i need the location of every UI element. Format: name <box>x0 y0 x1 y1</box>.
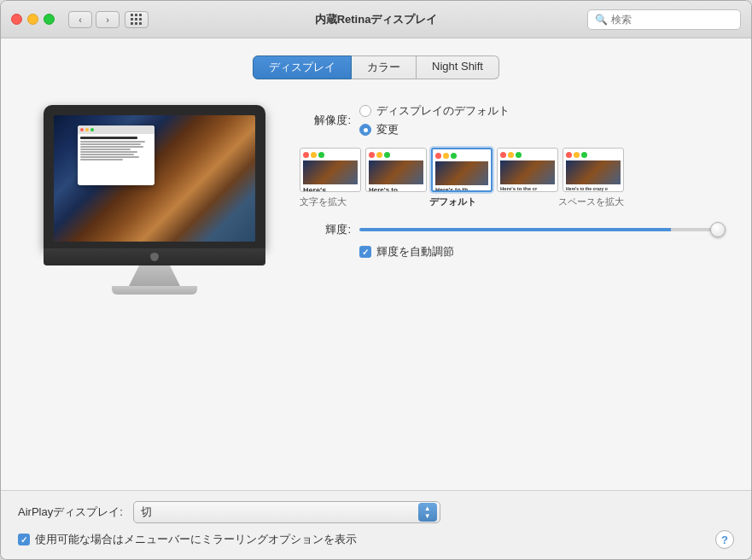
checkmark-icon: ✓ <box>362 248 369 257</box>
thumb-3-screen <box>435 161 488 185</box>
airplay-label: AirPlayディスプレイ: <box>18 505 123 520</box>
dot-green <box>581 152 587 158</box>
auto-brightness-checkbox[interactable]: ✓ <box>359 246 371 258</box>
resolution-default-radio[interactable] <box>359 105 371 117</box>
resolution-custom-label: 変更 <box>376 122 399 137</box>
brightness-slider-wrap <box>359 228 726 231</box>
forward-button[interactable]: › <box>96 11 120 28</box>
thumb-container-5: Here's to the crazy o troublemakers. The… <box>563 148 624 192</box>
thumb-container-2: Here's to troublem... <box>365 148 427 192</box>
resolution-range-labels: 文字を拡大 デフォルト スペースを拡大 <box>300 195 624 208</box>
settings-section: 解像度: ディスプレイのデフォルト 変更 <box>300 96 726 464</box>
screen-background <box>54 115 255 242</box>
thumb-1-text: Here's <box>303 186 358 192</box>
mirror-checkbox[interactable]: ✓ <box>18 534 30 545</box>
screen-window-content <box>78 134 154 163</box>
minimize-button[interactable] <box>27 14 38 25</box>
resolution-default-option[interactable]: ディスプレイのデフォルト <box>359 103 510 119</box>
tab-display[interactable]: ディスプレイ <box>253 55 352 79</box>
monitor-stand <box>129 265 180 286</box>
thumb-2-dots <box>369 152 423 158</box>
dot-green <box>318 152 324 158</box>
thumb-4-screen <box>500 160 555 184</box>
dot-red <box>303 152 309 158</box>
monitor-section <box>26 96 283 464</box>
monitor-screen <box>54 115 255 242</box>
thumb-1-dots <box>303 152 358 158</box>
resolution-custom-radio[interactable] <box>359 124 371 136</box>
grid-icon <box>131 14 143 26</box>
thumb-3[interactable]: Here's to th ones who... <box>431 148 493 192</box>
screen-window-titlebar <box>78 125 154 134</box>
thumb-2-screen <box>369 160 423 184</box>
screen-window <box>78 125 154 185</box>
window-title: 内蔵Retinaディスプレイ <box>315 12 438 27</box>
thumb-5[interactable]: Here's to the crazy o troublemakers. The… <box>563 148 624 192</box>
airplay-select-wrap: 切 ▲ ▼ <box>133 501 440 523</box>
display-row: 解像度: ディスプレイのデフォルト 変更 <box>26 96 726 464</box>
resolution-row: 解像度: ディスプレイのデフォルト 変更 <box>300 103 726 137</box>
maximize-button[interactable] <box>44 14 55 25</box>
help-button[interactable]: ? <box>715 530 734 549</box>
thumb-4-inner: Here's to the cr troublemakers... <box>500 152 555 192</box>
close-button[interactable] <box>11 14 22 25</box>
dot-red <box>500 152 506 158</box>
monitor-bezel <box>44 105 265 248</box>
resolution-custom-option[interactable]: 変更 <box>359 122 510 137</box>
thumb-4-dots <box>500 152 555 158</box>
label-default: デフォルト <box>429 195 476 208</box>
back-button[interactable]: ‹ <box>68 11 92 28</box>
thumb-1[interactable]: Here's <box>300 148 361 192</box>
thumb-2-inner: Here's to troublem... <box>369 152 423 192</box>
thumb-container-4: Here's to the cr troublemakers... <box>497 148 558 192</box>
dot-yellow <box>311 152 317 158</box>
mirror-label: 使用可能な場合はメニューバーにミラーリングオプションを表示 <box>35 532 357 547</box>
brightness-slider[interactable] <box>359 228 726 231</box>
resolution-label: 解像度: <box>300 113 351 128</box>
airplay-row: AirPlayディスプレイ: 切 ▲ ▼ <box>18 501 734 523</box>
search-input[interactable] <box>611 14 733 26</box>
mirror-row: ✓ 使用可能な場合はメニューバーにミラーリングオプションを表示 <box>18 532 357 547</box>
titlebar: ‹ › 内蔵Retinaディスプレイ 🔍 <box>1 1 751 38</box>
thumb-2[interactable]: Here's to troublem... <box>365 148 427 192</box>
resolution-default-label: ディスプレイのデフォルト <box>376 103 510 119</box>
label-text-enlarge: 文字を拡大 <box>300 195 347 208</box>
thumb-4[interactable]: Here's to the cr troublemakers... <box>497 148 558 192</box>
auto-brightness-label: 輝度を自動調節 <box>376 244 454 260</box>
thumb-5-screen <box>566 160 621 184</box>
tab-nightshift[interactable]: Night Shift <box>417 55 499 79</box>
search-box[interactable]: 🔍 <box>587 9 741 30</box>
thumb-5-inner: Here's to the crazy o troublemakers. The… <box>566 152 621 192</box>
thumb-2-heading: Here's to <box>369 186 423 192</box>
dot-red <box>435 153 441 159</box>
nav-buttons: ‹ › <box>68 11 120 28</box>
airplay-value: 切 <box>141 505 152 520</box>
monitor-chin <box>44 248 265 265</box>
dot-yellow <box>376 152 382 158</box>
brightness-row: 輝度: <box>300 222 726 237</box>
thumb-4-heading: Here's to the cr <box>500 186 555 192</box>
thumb-3-heading: Here's to th <box>435 187 488 192</box>
thumb-5-sub: troublemakers. The ro... <box>566 191 621 192</box>
thumb-3-dots <box>435 153 488 159</box>
dot-yellow <box>508 152 514 158</box>
airplay-select[interactable]: 切 <box>133 501 440 523</box>
auto-brightness-row: ✓ 輝度を自動調節 <box>359 244 726 260</box>
screen-dot-red <box>80 128 84 131</box>
chevron-down-icon: ▼ <box>424 513 431 520</box>
thumbnails-container: Here's <box>300 148 726 192</box>
main-content: ディスプレイ カラー Night Shift <box>1 38 751 490</box>
screen-dot-yellow <box>85 128 89 131</box>
grid-view-button[interactable] <box>125 11 149 28</box>
tab-bar: ディスプレイ カラー Night Shift <box>26 55 726 79</box>
bottom-bar: AirPlayディスプレイ: 切 ▲ ▼ ✓ 使用可能な場合はメニューバーにミラ… <box>1 490 751 559</box>
thumb-container-3: Here's to th ones who... <box>431 148 493 192</box>
dot-green <box>451 153 457 159</box>
tab-color[interactable]: カラー <box>352 55 417 79</box>
brightness-thumb[interactable] <box>710 222 726 237</box>
dot-green <box>384 152 390 158</box>
resolution-options: ディスプレイのデフォルト 変更 <box>359 103 510 137</box>
monitor-image <box>44 105 265 295</box>
dot-red <box>566 152 572 158</box>
dot-yellow <box>443 153 449 159</box>
